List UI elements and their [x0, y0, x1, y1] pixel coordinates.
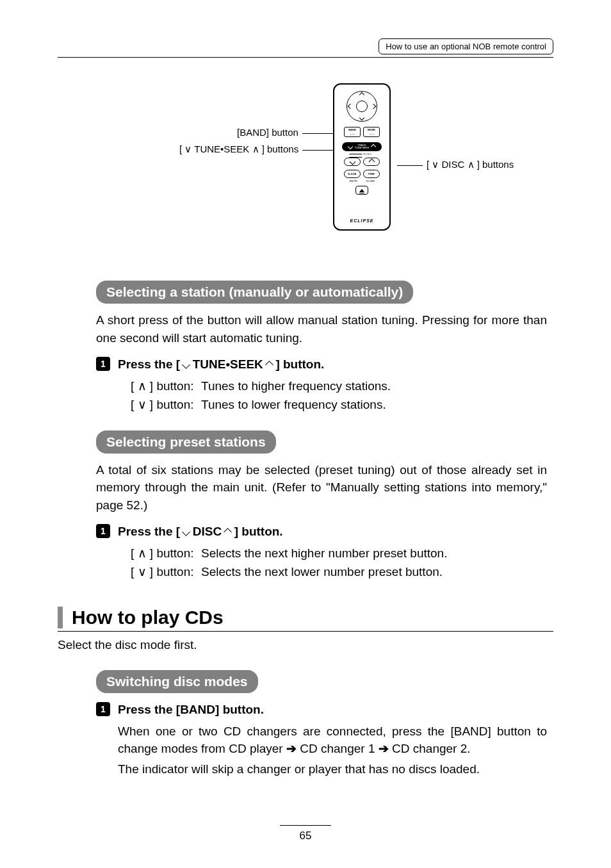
step-body-2: The indicator will skip a changer or pla…	[118, 760, 547, 778]
heading-bar-icon	[58, 607, 63, 628]
section-switching-disc-modes: Switching disc modes 1 Press the [BAND] …	[96, 659, 547, 780]
heading-selecting-station: Selecting a station (manually or automat…	[96, 281, 413, 304]
step-number-icon: 1	[96, 702, 110, 716]
mute-illumi-row: •MUTE ILLUMI	[334, 179, 389, 183]
mode-button-icon: MODE • • •	[363, 127, 380, 137]
dpad-icon	[346, 91, 377, 122]
step-title: Press the [BAND] button.	[118, 701, 547, 719]
intro-play-cds: Select the disc mode first.	[58, 638, 553, 652]
step-1-disc: 1 Press the [ DISC ] button. [ ∧ ] butto…	[96, 523, 547, 582]
step-body-1: When one or two CD changers are connecte…	[118, 723, 547, 758]
chevron-up-icon	[368, 159, 375, 165]
detail-down: [ ∨ ] button:Tunes to lower frequency st…	[131, 396, 547, 414]
disc-up-icon	[363, 158, 380, 166]
intro-preset-stations: A total of six stations may be selected …	[96, 461, 547, 514]
chevron-up-icon	[371, 144, 376, 149]
remote-diagram: [BAND] button [ ∨ TUNE•SEEK ∧ ] buttons …	[58, 83, 553, 250]
header-title: How to use an optional NOB remote contro…	[386, 42, 546, 51]
step-1-tune-seek: 1 Press the [ TUNE•SEEK ] button. [ ∧ ] …	[96, 356, 547, 415]
intro-selecting-station: A short press of the button will allow m…	[96, 311, 547, 347]
eject-icon	[359, 189, 364, 192]
band-mode-row: BAND • • • MODE • • •	[334, 127, 389, 137]
section-selecting-station: Selecting a station (manually or automat…	[96, 269, 547, 582]
econ-pwr-row: E-CON PWR	[334, 170, 389, 178]
eject-button-icon	[355, 186, 368, 195]
step-number-icon: 1	[96, 524, 110, 538]
detail-up: [ ∧ ] button:Tunes to higher frequency s…	[131, 377, 547, 395]
econ-button-icon: E-CON	[344, 170, 361, 178]
remote-illustration: BAND • • • MODE • • • TRACK TUNE·SEEK DI…	[333, 83, 391, 231]
heading-preset-stations: Selecting preset stations	[96, 430, 276, 454]
chevron-down-icon	[349, 159, 355, 165]
disc-down-icon	[344, 158, 361, 166]
chevron-down-icon	[347, 144, 352, 149]
page-header: How to use an optional NOB remote contro…	[58, 38, 553, 58]
arrow-right-icon: ➔	[286, 742, 297, 755]
detail-up: [ ∧ ] button:Selects the next higher num…	[131, 545, 547, 562]
diagram-label-disc: [ ∨ DISC ∧ ] buttons	[397, 159, 514, 170]
heading-how-to-play-cds: How to play CDs	[58, 607, 553, 632]
step-title: Press the [ TUNE•SEEK ] button.	[118, 356, 547, 373]
diagram-label-band: [BAND] button	[237, 127, 346, 138]
arrow-right-icon: ➔	[379, 742, 389, 755]
detail-down: [ ∨ ] button:Selects the next lower numb…	[131, 563, 547, 581]
heading-switching-disc-modes: Switching disc modes	[96, 670, 258, 693]
diagram-label-tune-seek: [ ∨ TUNE•SEEK ∧ ] buttons	[179, 143, 334, 155]
band-button-icon: BAND • • •	[344, 127, 361, 137]
step-number-icon: 1	[96, 357, 110, 371]
step-title: Press the [ DISC ] button.	[118, 523, 547, 541]
pwr-button-icon: PWR	[363, 170, 380, 178]
page-number: 65	[0, 825, 611, 842]
header-title-box: How to use an optional NOB remote contro…	[379, 38, 553, 54]
tune-seek-bar-icon: TRACK TUNE·SEEK	[342, 142, 382, 151]
step-1-band: 1 Press the [BAND] button. When one or t…	[96, 701, 547, 780]
disc-buttons-row	[334, 158, 389, 166]
brand-label: ECLIPSE	[334, 218, 389, 223]
